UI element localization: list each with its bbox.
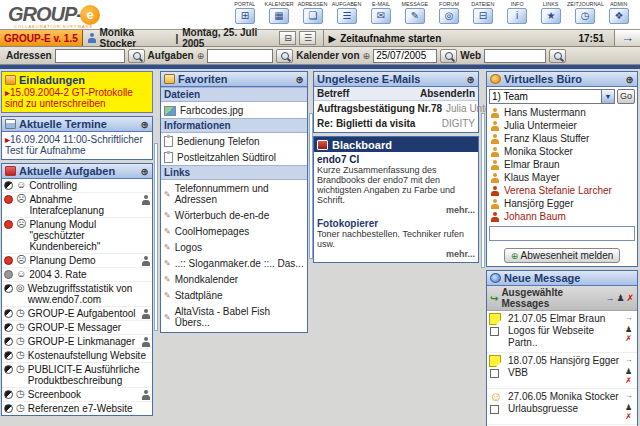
member-row[interactable]: Verena Stefanie Larcher <box>487 184 637 197</box>
favorite-link[interactable]: ✎..:: Sloganmaker.de ::.. Das... <box>161 255 307 271</box>
status-bar: GROUP-E v. 1.5 Monika Stocker | Montag, … <box>0 29 640 47</box>
delete-icon[interactable]: ✗ <box>625 376 632 385</box>
favorite-info[interactable]: Bedienung Telefon <box>161 133 307 149</box>
forward-icon[interactable]: → <box>625 355 633 364</box>
task-row[interactable]: ◷GROUP-E Messager <box>2 321 152 335</box>
print-icon[interactable]: ⊟ <box>279 31 296 45</box>
expand-icon[interactable]: ⊕ <box>141 119 149 130</box>
message-checkbox[interactable] <box>490 369 499 378</box>
favorite-file[interactable]: Farbcodes.jpg <box>161 102 307 118</box>
member-row[interactable]: Hansjörg Egger <box>487 197 637 210</box>
forward-icon[interactable]: → <box>625 391 633 400</box>
member-row[interactable]: Johann Baum <box>487 210 637 223</box>
adressen-search-input[interactable] <box>55 49 125 63</box>
toolbar-item-links[interactable]: LINKS★ <box>534 0 568 24</box>
person-icon[interactable]: ♟ <box>625 325 632 334</box>
expand-icon[interactable]: ⊕ <box>467 74 475 85</box>
favorite-info[interactable]: Postleitzahlen Südtirol <box>161 149 307 165</box>
go-button[interactable]: Go <box>617 89 635 104</box>
forward-icon[interactable]: → <box>625 313 633 322</box>
task-row[interactable]: ☹Abnahme Interafceplanung <box>2 193 152 218</box>
delete-icon[interactable]: ✗ <box>626 293 634 303</box>
favorite-link[interactable]: ✎Logos <box>161 239 307 255</box>
more-link[interactable]: mehr... <box>317 249 475 259</box>
message-item[interactable]: 18.07.05 Hansjörg Egger → VBB ♟✗ <box>487 353 637 389</box>
favorite-link[interactable]: ✎AltaVista - Babel Fish Übers... <box>161 303 307 332</box>
column-favoriten: Favoriten ⊕ Dateien Farbcodes.jpg Inform… <box>160 71 308 336</box>
task-row[interactable]: ☹Planung Demo <box>2 254 152 268</box>
toolbar-item-kalender[interactable]: KALENDER▦ <box>262 0 296 24</box>
team-select[interactable]: 1) Team ▼ <box>489 89 615 104</box>
expand-icon[interactable]: ⊕ <box>626 74 634 85</box>
email-row[interactable]: Re: Biglietti da visita DIGITY <box>314 116 478 132</box>
task-row[interactable]: ◷Screenbook <box>2 388 152 402</box>
task-row[interactable]: ☺Controlling <box>2 179 152 193</box>
person-icon[interactable]: ♟ <box>625 367 632 376</box>
delete-icon[interactable]: ✗ <box>625 412 632 421</box>
priority-icon <box>4 351 13 360</box>
message-item[interactable]: ☺ 27.06.05 Monika Stocker → Urlaubsgrues… <box>487 389 637 425</box>
member-row[interactable]: Klaus Mayer <box>487 171 637 184</box>
email-row[interactable]: Auftragsbestätigung Nr.78 Julia Untermei… <box>314 101 478 116</box>
more-link[interactable]: mehr... <box>317 205 475 215</box>
web-search-input[interactable] <box>484 49 546 63</box>
member-row[interactable]: Elmar Braun <box>487 158 637 171</box>
delete-icon[interactable]: ✗ <box>625 334 632 343</box>
message-checkbox[interactable] <box>490 327 499 336</box>
list-icon[interactable]: ☰ <box>299 31 316 45</box>
adressen-search-icon[interactable] <box>128 49 145 63</box>
expand-icon[interactable]: ⊕ <box>141 166 149 177</box>
task-row[interactable]: ◎Webzugriffsstatistik von www.endo7.com <box>2 282 152 307</box>
toolbar-item-adressen[interactable]: ADRESSEN❏ <box>296 0 330 24</box>
status-dot-icon: ⊕ <box>511 251 519 261</box>
toolbar-item-zeitjournal[interactable]: ZEITJOURNAL◷ <box>568 0 602 24</box>
absence-report-button[interactable]: ⊕ Abwesenheit melden <box>504 248 621 263</box>
kalender-add-icon[interactable]: ⊕ <box>363 51 371 61</box>
invitation-item[interactable]: ▸15.09.2004-2 GT-Protokolle sind zu unte… <box>2 87 152 112</box>
member-row[interactable]: Hans Mustermann <box>487 106 637 119</box>
task-row[interactable]: ◷GROUP-E Aufgabentool <box>2 307 152 321</box>
aufgaben-search-input[interactable] <box>207 49 273 63</box>
member-row[interactable]: Franz Klaus Stuffer <box>487 132 637 145</box>
message-checkbox[interactable] <box>490 405 499 414</box>
toolbar-item-forum[interactable]: FORUM◎ <box>432 0 466 24</box>
toolbar-item-info[interactable]: INFOi <box>500 0 534 24</box>
toolbar-item-admin[interactable]: ADMIN❖ <box>602 0 636 24</box>
favorite-link[interactable]: ✎CoolHomepages <box>161 223 307 239</box>
web-search-icon[interactable] <box>549 49 566 63</box>
aufgaben-search-icon[interactable] <box>276 49 293 63</box>
person-icon[interactable]: ♟ <box>625 403 632 412</box>
member-row[interactable]: Julia Untermeier <box>487 119 637 132</box>
task-row[interactable]: ◷GROUP-E Linkmanager <box>2 335 152 349</box>
favorite-link[interactable]: ✎Stadtpläne <box>161 287 307 303</box>
column-resize-handle[interactable] <box>154 143 158 331</box>
logout-button[interactable]: → <box>614 30 640 46</box>
main-toolbar: GROUP- e COLLABORATION SOFTWARE PORTAL⊞ … <box>0 0 640 29</box>
toolbar-item-dateien[interactable]: DATEIEN⊟ <box>466 0 500 24</box>
favorite-link[interactable]: ✎Mondkalender <box>161 271 307 287</box>
forward-icon[interactable]: → <box>605 293 614 303</box>
time-tracking-button[interactable]: ▶ Zeitaufnahme starten <box>328 33 578 44</box>
task-row[interactable]: ◷Referenzen e7-Website <box>2 402 152 415</box>
toolbar-item-portal[interactable]: PORTAL⊞ <box>228 0 262 24</box>
aufgaben-add-icon[interactable]: ⊕ <box>197 51 205 61</box>
refresh-arrow-icon[interactable]: ↪ <box>490 293 498 304</box>
task-row[interactable]: ☹Planung Modul "geschützter Kundenbereic… <box>2 218 152 254</box>
task-row[interactable]: ◷Kostenaufstellung Website <box>2 349 152 363</box>
toolbar-item-aufgaben[interactable]: AUFGABEN☰ <box>330 0 364 24</box>
task-row[interactable]: ◷PUBLICIT-E Ausführliche Produktbeschrei… <box>2 363 152 388</box>
appointment-item[interactable]: ▸16.09.2004 11:00-Schriftlicher Test für… <box>2 132 152 159</box>
favorite-link[interactable]: ✎Wörterbuch de-en-de <box>161 207 307 223</box>
expand-icon[interactable]: ⊕ <box>296 74 304 85</box>
kalender-search-icon[interactable] <box>440 49 457 63</box>
favorite-link[interactable]: ✎Telefonnummern und Adressen <box>161 180 307 207</box>
toolbar-item-message[interactable]: MESSAGE✎ <box>398 0 432 24</box>
member-row[interactable]: Monika Stocker <box>487 145 637 158</box>
absence-input[interactable] <box>489 226 635 241</box>
kalender-date-input[interactable] <box>373 49 437 63</box>
task-row[interactable]: ☺2004 3. Rate <box>2 268 152 282</box>
toolbar-item-email[interactable]: E-MAIL✉ <box>364 0 398 24</box>
column-resize-handle[interactable] <box>481 113 485 268</box>
person-icon[interactable]: ♟ <box>616 293 624 303</box>
message-item[interactable]: 21.07.05 Elmar Braun → Logos für Webseit… <box>487 311 637 353</box>
